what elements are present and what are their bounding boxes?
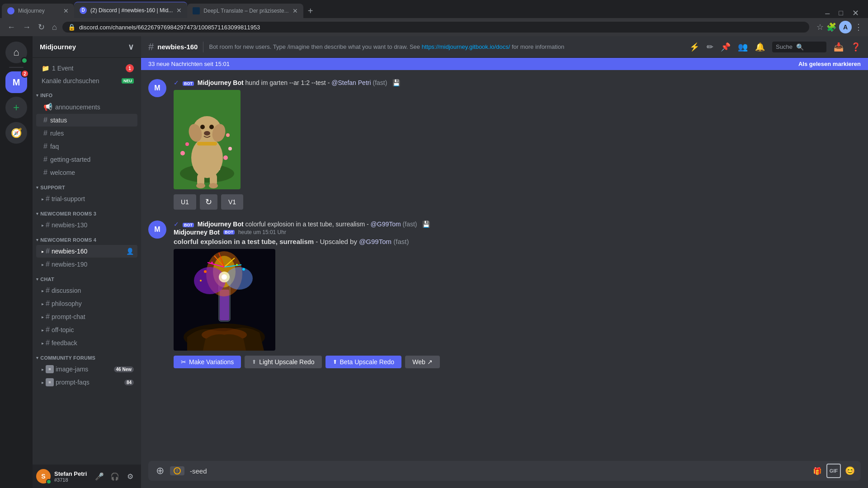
home-button[interactable]: ⌂ — [50, 21, 59, 34]
browser-tab-deepl[interactable]: DeepL Translate – Der präziseste... ✕ — [187, 4, 303, 18]
message-input-field[interactable] — [186, 462, 808, 480]
hash-icon-getting-started: # — [43, 155, 47, 164]
dog-image-container — [174, 90, 241, 189]
members-icon[interactable]: 👥 — [738, 42, 748, 52]
gif-button[interactable]: GIF — [826, 464, 841, 478]
tab-close-deepl[interactable]: ✕ — [292, 7, 298, 14]
sidebar-item-1event[interactable]: 📁 1 Event 1 — [36, 62, 137, 75]
svg-point-40 — [236, 264, 238, 266]
svg-point-16 — [204, 131, 210, 136]
minimize-button[interactable]: – — [821, 9, 833, 18]
v1-button[interactable]: V1 — [221, 194, 243, 210]
bookmark-star[interactable]: ☆ — [816, 22, 824, 32]
sidebar-item-feedback[interactable]: ▸ # feedback — [36, 337, 137, 349]
section-label-newcomer-3[interactable]: ▾ NEWCOMER ROOMS 3 — [33, 206, 141, 218]
explore-button[interactable]: 🧭 — [5, 122, 27, 144]
section-label-support[interactable]: ▾ SUPPORT — [33, 179, 141, 192]
pin-icon[interactable]: 📌 — [721, 42, 731, 52]
channel-label-newbies-160: newbies-160 — [52, 248, 124, 255]
back-button[interactable]: ← — [5, 21, 17, 34]
user-avatar[interactable]: S — [36, 469, 51, 483]
sidebar-item-trial-support[interactable]: ▸ # trial-support — [36, 192, 137, 205]
mark-read-button[interactable]: Als gelesen markieren — [798, 61, 861, 67]
u1-button[interactable]: U1 — [174, 194, 196, 210]
header-divider — [203, 42, 203, 52]
message-avatar-2[interactable]: M — [148, 221, 166, 239]
svg-point-5 — [228, 147, 232, 150]
tab-close-midjourney[interactable]: ✕ — [63, 7, 69, 14]
add-attachment-button[interactable]: ⊕ — [152, 463, 168, 479]
web-button[interactable]: Web ↗ — [405, 356, 439, 368]
sidebar-item-prompt-faqs[interactable]: ▸ ≡ prompt-faqs 84 — [36, 376, 137, 389]
svg-point-3 — [185, 142, 189, 146]
headphones-button[interactable]: 🎧 — [108, 469, 122, 483]
sidebar-item-announcements[interactable]: 📢 announcements — [36, 100, 137, 113]
extensions-icon[interactable]: 🧩 — [826, 22, 836, 32]
sidebar-item-discussion[interactable]: ▸ # discussion — [36, 284, 137, 297]
section-label-chat[interactable]: ▾ CHAT — [33, 271, 141, 284]
lock-icon: 🔒 — [68, 23, 75, 31]
channel-label-newbies-130: newbies-130 — [52, 221, 134, 229]
server-boost-icon[interactable]: ⚡ — [689, 42, 699, 52]
make-variations-button[interactable]: ✂ Make Variations — [174, 356, 241, 368]
sidebar-item-newbies-190[interactable]: ▸ # newbies-190 — [36, 258, 137, 271]
sidebar-item-philosophy[interactable]: ▸ # philosophy — [36, 297, 137, 310]
discord-icon-sidebar: ⌂ M 2 + 🧭 — [0, 36, 33, 488]
pen-icon[interactable]: ✏ — [707, 42, 713, 52]
action-buttons-1: U1 ↻ V1 — [174, 194, 861, 210]
message-save-icon-2[interactable]: 💾 — [422, 221, 430, 228]
sidebar-item-welcome[interactable]: # welcome — [36, 166, 137, 179]
sidebar-item-prompt-chat[interactable]: ▸ # prompt-chat — [36, 310, 137, 323]
browser-menu[interactable]: ⋮ — [854, 22, 863, 32]
bell-icon[interactable]: 🔔 — [755, 42, 765, 52]
sidebar-item-rules[interactable]: # rules — [36, 127, 137, 140]
server-icon-midjourney[interactable]: M 2 — [5, 71, 27, 93]
channel-hash-icon: # — [148, 41, 154, 53]
sidebar-item-browse[interactable]: Kanäle durchsuchen NEU — [36, 75, 137, 87]
gift-button[interactable]: 🎁 — [810, 464, 825, 478]
forward-button[interactable]: → — [21, 21, 33, 34]
sidebar-item-getting-started[interactable]: # getting-started — [36, 153, 137, 166]
sidebar-item-off-topic[interactable]: ▸ # off-topic — [36, 324, 137, 336]
section-label-info[interactable]: ▾ INFO — [33, 87, 141, 100]
emoji-button[interactable]: 😊 — [843, 464, 857, 478]
sidebar-item-newbies-160[interactable]: ▸ # newbies-160 👤 — [36, 245, 137, 258]
user-discriminator: #3718 — [54, 477, 89, 483]
search-box[interactable]: Suche 🔍 — [772, 42, 826, 52]
reload-button[interactable]: ↻ — [36, 20, 47, 34]
add-server-button[interactable]: + — [5, 97, 27, 118]
url-bar[interactable]: discord.com/channels/662267976984297473/… — [79, 24, 804, 31]
server-header[interactable]: Midjourney ∨ — [33, 36, 141, 58]
arrow-feedback: ▸ — [42, 341, 44, 346]
profile-icon[interactable]: A — [843, 23, 848, 31]
browser-tab-midjourney[interactable]: Midjourney ✕ — [2, 4, 74, 18]
svg-point-39 — [211, 262, 213, 263]
inbox-icon[interactable]: 📥 — [834, 42, 844, 52]
svg-point-29 — [226, 267, 253, 290]
sidebar-item-image-jams[interactable]: ▸ ≡ image-jams 46 New — [36, 363, 137, 375]
user-info-block: Stefan Petri #3718 — [54, 470, 89, 483]
hash-icon-trial-support: # — [46, 195, 50, 203]
message-save-icon[interactable]: 💾 — [392, 79, 400, 86]
home-icon-button[interactable]: ⌂ — [5, 42, 27, 63]
beta-upscale-redo-button[interactable]: ⬆ Beta Upscale Redo — [326, 356, 402, 368]
section-label-newcomer-4[interactable]: ▾ NEWCOMER ROOMS 4 — [33, 232, 141, 244]
beta-upscale-redo-label: Beta Upscale Redo — [340, 358, 395, 366]
help-icon[interactable]: ❓ — [851, 42, 861, 52]
user-icon-newbies-160: 👤 — [126, 248, 134, 255]
sidebar-item-faq[interactable]: # faq — [36, 140, 137, 153]
sidebar-item-status[interactable]: # status — [36, 114, 137, 127]
message-avatar-1[interactable]: M — [148, 79, 166, 97]
section-label-community[interactable]: ▾ COMMUNITY FORUMS — [33, 350, 141, 362]
sidebar-item-newbies-130[interactable]: ▸ # newbies-130 — [36, 219, 137, 231]
settings-button[interactable]: ⚙ — [123, 469, 137, 483]
new-tab-button[interactable]: + — [308, 6, 313, 16]
light-upscale-redo-button[interactable]: ⬆ Light Upscale Redo — [245, 356, 321, 368]
tab-close-discord[interactable]: ✕ — [176, 7, 182, 14]
svg-point-4 — [223, 155, 228, 160]
mic-button[interactable]: 🎤 — [92, 469, 107, 483]
refresh-button-1[interactable]: ↻ — [200, 194, 217, 210]
close-button[interactable]: ✕ — [849, 8, 863, 18]
maximize-button[interactable]: □ — [835, 9, 847, 17]
browser-tab-discord[interactable]: D (2) Discord | #newbies-160 | Mid... ✕ — [74, 2, 187, 18]
